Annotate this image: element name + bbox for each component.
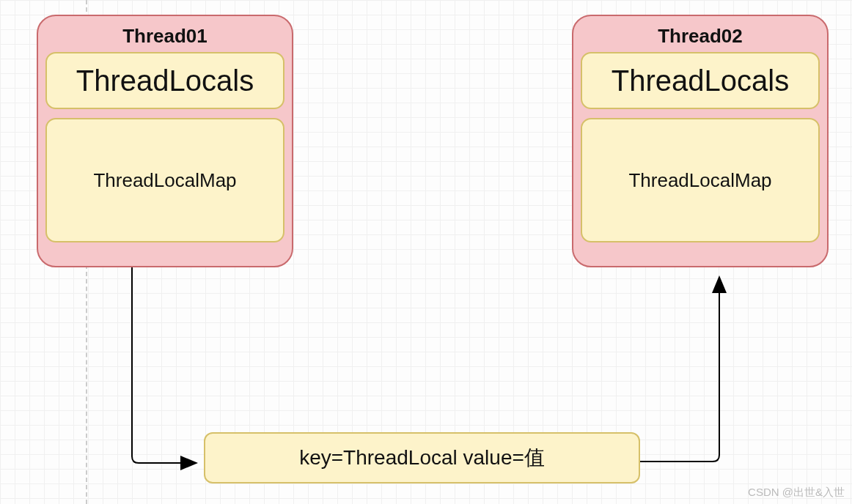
watermark: CSDN @出世&入世 — [748, 486, 845, 500]
thread02-threadlocals: ThreadLocals — [581, 52, 820, 109]
thread01-threadlocals: ThreadLocals — [45, 52, 284, 109]
thread02-title: Thread02 — [581, 25, 820, 48]
thread01-title: Thread01 — [45, 25, 284, 48]
key-value-box: key=ThreadLocal value=值 — [204, 432, 640, 483]
thread01-box: Thread01 ThreadLocals ThreadLocalMap — [37, 15, 293, 267]
thread01-threadlocalmap: ThreadLocalMap — [45, 118, 284, 242]
thread02-box: Thread02 ThreadLocals ThreadLocalMap — [572, 15, 829, 267]
thread02-threadlocalmap: ThreadLocalMap — [581, 118, 820, 242]
